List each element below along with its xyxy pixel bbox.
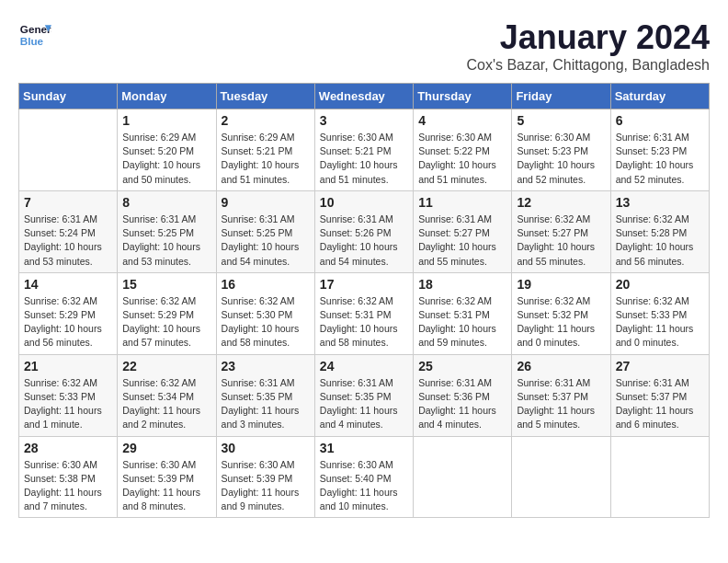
calendar-cell: 3Sunrise: 6:30 AMSunset: 5:21 PMDaylight… — [314, 109, 413, 191]
day-info: Sunrise: 6:32 AMSunset: 5:31 PMDaylight:… — [418, 294, 506, 350]
month-title: January 2024 — [466, 18, 710, 57]
day-number: 17 — [320, 277, 408, 292]
calendar-cell: 2Sunrise: 6:29 AMSunset: 5:21 PMDaylight… — [216, 109, 314, 191]
day-info: Sunrise: 6:30 AMSunset: 5:22 PMDaylight:… — [418, 131, 506, 187]
day-number: 21 — [24, 359, 112, 373]
calendar-cell: 22Sunrise: 6:32 AMSunset: 5:34 PMDayligh… — [118, 354, 216, 436]
day-number: 4 — [418, 113, 506, 128]
day-number: 20 — [616, 277, 704, 292]
page-header: General Blue January 2024 Cox's Bazar, C… — [18, 18, 710, 74]
calendar-cell: 28Sunrise: 6:30 AMSunset: 5:38 PMDayligh… — [19, 436, 118, 518]
day-info: Sunrise: 6:31 AMSunset: 5:25 PMDaylight:… — [122, 213, 210, 269]
calendar-cell — [512, 436, 610, 518]
day-number: 27 — [616, 359, 704, 373]
calendar-cell: 16Sunrise: 6:32 AMSunset: 5:30 PMDayligh… — [216, 272, 314, 354]
day-number: 5 — [517, 113, 605, 128]
day-info: Sunrise: 6:30 AMSunset: 5:40 PMDaylight:… — [320, 458, 408, 514]
day-info: Sunrise: 6:32 AMSunset: 5:33 PMDaylight:… — [24, 376, 112, 432]
day-info: Sunrise: 6:32 AMSunset: 5:33 PMDaylight:… — [616, 294, 704, 350]
day-info: Sunrise: 6:32 AMSunset: 5:29 PMDaylight:… — [24, 294, 112, 350]
day-info: Sunrise: 6:31 AMSunset: 5:23 PMDaylight:… — [616, 131, 704, 187]
calendar-cell: 24Sunrise: 6:31 AMSunset: 5:35 PMDayligh… — [314, 354, 413, 436]
calendar-cell: 18Sunrise: 6:32 AMSunset: 5:31 PMDayligh… — [414, 272, 512, 354]
weekday-header-wednesday: Wednesday — [314, 84, 413, 109]
location-title: Cox's Bazar, Chittagong, Bangladesh — [466, 57, 710, 74]
logo: General Blue — [18, 18, 51, 52]
day-number: 24 — [320, 359, 408, 373]
calendar-cell: 17Sunrise: 6:32 AMSunset: 5:31 PMDayligh… — [314, 272, 413, 354]
day-number: 12 — [517, 195, 605, 210]
day-info: Sunrise: 6:30 AMSunset: 5:39 PMDaylight:… — [122, 458, 210, 514]
day-number: 19 — [517, 277, 605, 292]
day-info: Sunrise: 6:31 AMSunset: 5:37 PMDaylight:… — [517, 376, 605, 432]
calendar-cell: 4Sunrise: 6:30 AMSunset: 5:22 PMDaylight… — [414, 109, 512, 191]
day-info: Sunrise: 6:29 AMSunset: 5:21 PMDaylight:… — [222, 131, 310, 187]
day-number: 16 — [222, 277, 310, 292]
day-info: Sunrise: 6:30 AMSunset: 5:39 PMDaylight:… — [222, 458, 310, 514]
calendar-cell — [610, 436, 709, 518]
weekday-header-friday: Friday — [512, 84, 610, 109]
day-number: 7 — [24, 195, 112, 210]
day-info: Sunrise: 6:30 AMSunset: 5:23 PMDaylight:… — [517, 131, 605, 187]
calendar-cell: 11Sunrise: 6:31 AMSunset: 5:27 PMDayligh… — [414, 190, 512, 272]
day-number: 26 — [517, 359, 605, 373]
day-info: Sunrise: 6:31 AMSunset: 5:37 PMDaylight:… — [616, 376, 704, 432]
calendar-cell: 25Sunrise: 6:31 AMSunset: 5:36 PMDayligh… — [414, 354, 512, 436]
day-number: 15 — [122, 277, 210, 292]
day-number: 13 — [616, 195, 704, 210]
calendar-cell: 10Sunrise: 6:31 AMSunset: 5:26 PMDayligh… — [314, 190, 413, 272]
logo-icon: General Blue — [18, 18, 51, 52]
day-info: Sunrise: 6:31 AMSunset: 5:25 PMDaylight:… — [222, 213, 310, 269]
svg-text:Blue: Blue — [20, 35, 44, 47]
calendar-cell: 27Sunrise: 6:31 AMSunset: 5:37 PMDayligh… — [610, 354, 709, 436]
weekday-header-row: SundayMondayTuesdayWednesdayThursdayFrid… — [19, 84, 710, 109]
day-number: 1 — [122, 113, 210, 128]
title-block: January 2024 Cox's Bazar, Chittagong, Ba… — [466, 18, 710, 74]
calendar-cell — [414, 436, 512, 518]
weekday-header-saturday: Saturday — [610, 84, 709, 109]
week-row-4: 21Sunrise: 6:32 AMSunset: 5:33 PMDayligh… — [19, 354, 710, 436]
calendar-cell: 26Sunrise: 6:31 AMSunset: 5:37 PMDayligh… — [512, 354, 610, 436]
day-number: 23 — [222, 359, 310, 373]
calendar-cell — [19, 109, 118, 191]
day-number: 30 — [222, 441, 310, 455]
weekday-header-tuesday: Tuesday — [216, 84, 314, 109]
day-info: Sunrise: 6:31 AMSunset: 5:35 PMDaylight:… — [222, 376, 310, 432]
week-row-5: 28Sunrise: 6:30 AMSunset: 5:38 PMDayligh… — [19, 436, 710, 518]
weekday-header-thursday: Thursday — [414, 84, 512, 109]
calendar-cell: 23Sunrise: 6:31 AMSunset: 5:35 PMDayligh… — [216, 354, 314, 436]
day-info: Sunrise: 6:32 AMSunset: 5:31 PMDaylight:… — [320, 294, 408, 350]
day-info: Sunrise: 6:31 AMSunset: 5:27 PMDaylight:… — [418, 213, 506, 269]
calendar-cell: 6Sunrise: 6:31 AMSunset: 5:23 PMDaylight… — [610, 109, 709, 191]
day-info: Sunrise: 6:30 AMSunset: 5:21 PMDaylight:… — [320, 131, 408, 187]
weekday-header-sunday: Sunday — [19, 84, 118, 109]
day-number: 14 — [24, 277, 112, 292]
day-number: 22 — [122, 359, 210, 373]
day-number: 3 — [320, 113, 408, 128]
day-number: 10 — [320, 195, 408, 210]
calendar-table: SundayMondayTuesdayWednesdayThursdayFrid… — [18, 83, 710, 518]
day-info: Sunrise: 6:32 AMSunset: 5:29 PMDaylight:… — [122, 294, 210, 350]
calendar-cell: 8Sunrise: 6:31 AMSunset: 5:25 PMDaylight… — [118, 190, 216, 272]
calendar-cell: 12Sunrise: 6:32 AMSunset: 5:27 PMDayligh… — [512, 190, 610, 272]
calendar-cell: 30Sunrise: 6:30 AMSunset: 5:39 PMDayligh… — [216, 436, 314, 518]
day-info: Sunrise: 6:32 AMSunset: 5:28 PMDaylight:… — [616, 213, 704, 269]
calendar-cell: 9Sunrise: 6:31 AMSunset: 5:25 PMDaylight… — [216, 190, 314, 272]
day-number: 6 — [616, 113, 704, 128]
day-info: Sunrise: 6:31 AMSunset: 5:26 PMDaylight:… — [320, 213, 408, 269]
svg-text:General: General — [20, 23, 51, 35]
day-number: 11 — [418, 195, 506, 210]
day-number: 9 — [222, 195, 310, 210]
day-number: 2 — [222, 113, 310, 128]
day-number: 18 — [418, 277, 506, 292]
week-row-3: 14Sunrise: 6:32 AMSunset: 5:29 PMDayligh… — [19, 272, 710, 354]
calendar-cell: 19Sunrise: 6:32 AMSunset: 5:32 PMDayligh… — [512, 272, 610, 354]
calendar-cell: 1Sunrise: 6:29 AMSunset: 5:20 PMDaylight… — [118, 109, 216, 191]
calendar-cell: 7Sunrise: 6:31 AMSunset: 5:24 PMDaylight… — [19, 190, 118, 272]
day-number: 31 — [320, 441, 408, 455]
calendar-cell: 20Sunrise: 6:32 AMSunset: 5:33 PMDayligh… — [610, 272, 709, 354]
calendar-cell: 31Sunrise: 6:30 AMSunset: 5:40 PMDayligh… — [314, 436, 413, 518]
day-info: Sunrise: 6:32 AMSunset: 5:32 PMDaylight:… — [517, 294, 605, 350]
day-info: Sunrise: 6:32 AMSunset: 5:34 PMDaylight:… — [122, 376, 210, 432]
day-number: 28 — [24, 441, 112, 455]
